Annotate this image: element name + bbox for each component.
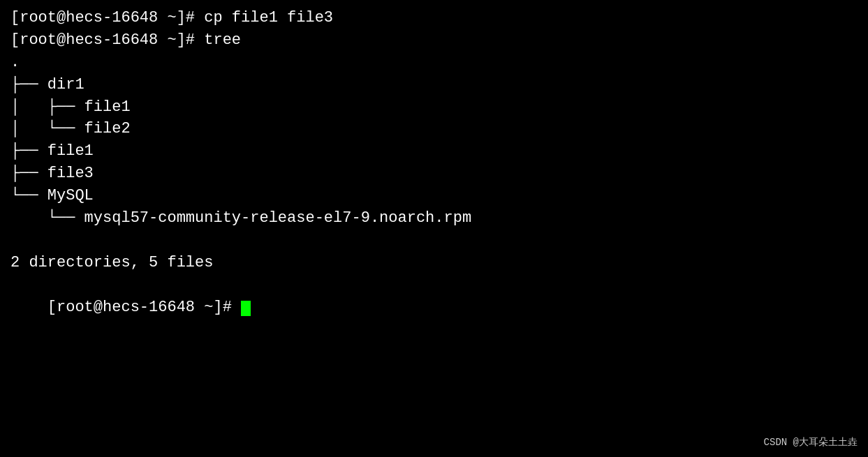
watermark-text: CSDN @大耳朵土土垚 [764, 436, 858, 449]
terminal-window: [root@hecs-16648 ~]# cp file1 file3 [roo… [0, 0, 868, 457]
terminal-line-7: ├── file1 [10, 140, 858, 163]
terminal-line-2: [root@hecs-16648 ~]# tree [10, 29, 858, 52]
terminal-line-6: │ └── file2 [10, 118, 858, 140]
terminal-line-9: └── MySQL [10, 185, 858, 207]
terminal-line-4: ├── dir1 [10, 74, 858, 96]
terminal-line-5: │ ├── file1 [10, 96, 858, 119]
terminal-line-3: . [10, 52, 858, 74]
terminal-empty-line [10, 230, 858, 252]
terminal-line-1: [root@hecs-16648 ~]# cp file1 file3 [10, 7, 858, 29]
terminal-line-12: 2 directories, 5 files [10, 252, 858, 274]
terminal-prompt-line[interactable]: [root@hecs-16648 ~]# [10, 274, 858, 341]
terminal-line-8: ├── file3 [10, 163, 858, 185]
terminal-line-10: └── mysql57-community-release-el7-9.noar… [10, 207, 858, 230]
terminal-cursor [241, 301, 251, 316]
prompt-text: [root@hecs-16648 ~]# [47, 299, 241, 316]
